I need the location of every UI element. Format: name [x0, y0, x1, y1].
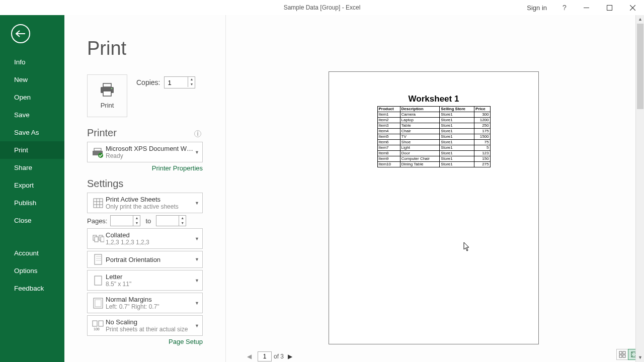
- print-scope-label: Print Active Sheets: [106, 196, 199, 203]
- sidebar-item-info[interactable]: Info: [0, 53, 64, 71]
- preview-cell: Item1: [377, 112, 400, 118]
- preview-cell: 175: [474, 129, 490, 134]
- preview-cell: Item9: [377, 156, 400, 162]
- sidebar-item-share[interactable]: Share: [0, 159, 64, 176]
- pages-to-spinner[interactable]: ▲▼: [179, 216, 186, 226]
- preview-scrollbar[interactable]: ▲ ▼: [635, 15, 644, 362]
- sign-in-link[interactable]: Sign in: [527, 4, 547, 12]
- sidebar-item-open[interactable]: Open: [0, 88, 64, 106]
- svg-point-7: [111, 87, 113, 89]
- collate-dropdown[interactable]: Collated 1,2,3 1,2,3 1,2,3 ▼: [87, 228, 203, 249]
- preview-cell: Chair: [400, 129, 440, 134]
- preview-cell: Store1: [440, 145, 474, 151]
- preview-row: Item4ChairStore1175: [377, 129, 490, 134]
- page-setup-link[interactable]: Page Setup: [87, 338, 203, 345]
- scroll-down-icon[interactable]: ▼: [636, 353, 644, 362]
- printer-ready-icon: [91, 147, 106, 158]
- printer-dropdown[interactable]: Microsoft XPS Document W… Ready ▼: [87, 142, 203, 162]
- sidebar-item-save[interactable]: Save: [0, 106, 64, 124]
- minimize-button[interactable]: [575, 0, 598, 15]
- page-number-input[interactable]: [258, 351, 272, 361]
- sidebar-item-new[interactable]: New: [0, 71, 64, 88]
- margins-sublabel: Left: 0.7" Right: 0.7": [106, 303, 199, 310]
- preview-cell: 300: [474, 112, 490, 118]
- preview-row: Item1CameraStore1300: [377, 112, 490, 118]
- preview-row: Item3TableStore1250: [377, 123, 490, 129]
- sidebar-item-options[interactable]: Options: [0, 262, 64, 280]
- svg-rect-26: [95, 300, 101, 307]
- close-button[interactable]: [621, 0, 644, 15]
- collate-icon: [91, 234, 106, 244]
- back-button[interactable]: [11, 24, 30, 43]
- sheets-icon: [91, 198, 106, 209]
- pages-from-spinner[interactable]: ▲▼: [133, 216, 140, 226]
- preview-cell: Store1: [440, 140, 474, 145]
- svg-rect-20: [95, 254, 102, 264]
- scaling-icon: 100: [91, 320, 106, 331]
- svg-text:100: 100: [94, 327, 100, 331]
- sidebar-item-close[interactable]: Close: [0, 212, 64, 229]
- maximize-button[interactable]: [598, 0, 621, 15]
- preview-cell: Light: [400, 145, 440, 151]
- scaling-dropdown[interactable]: 100 No Scaling Print sheets at their act…: [87, 315, 203, 336]
- svg-rect-1: [607, 5, 612, 10]
- preview-cell: 1500: [474, 134, 490, 140]
- pages-to-label: to: [145, 217, 151, 225]
- sidebar-item-feedback[interactable]: Feedback: [0, 280, 64, 297]
- preview-sheet-title: Worksheet 1: [329, 94, 538, 104]
- print-preview-page: Worksheet 1 ProductDescriptionSelling St…: [329, 71, 539, 344]
- collate-sublabel: 1,2,3 1,2,3 1,2,3: [106, 239, 199, 246]
- show-margins-button[interactable]: [616, 349, 628, 360]
- backstage-sidebar: Info New Open Save Save As Print Share E…: [0, 15, 64, 362]
- svg-rect-19: [101, 237, 104, 242]
- sidebar-item-print[interactable]: Print: [0, 141, 64, 159]
- settings-heading: Settings: [87, 178, 225, 190]
- print-button[interactable]: Print: [87, 74, 127, 117]
- preview-cell: 250: [474, 123, 490, 129]
- preview-cell: Camera: [400, 112, 440, 118]
- pages-label: Pages:: [87, 217, 107, 225]
- printer-info-icon[interactable]: i: [194, 130, 201, 137]
- svg-rect-28: [99, 321, 103, 326]
- svg-rect-31: [623, 351, 625, 354]
- printer-icon: [99, 83, 115, 97]
- preview-cell: 5: [474, 145, 490, 151]
- print-scope-dropdown[interactable]: Print Active Sheets Only print the activ…: [87, 193, 203, 213]
- preview-cell: TV: [400, 134, 440, 140]
- print-button-label: Print: [101, 102, 114, 109]
- margins-dropdown[interactable]: Normal Margins Left: 0.7" Right: 0.7" ▼: [87, 293, 203, 313]
- printer-properties-link[interactable]: Printer Properties: [87, 164, 203, 172]
- margins-label: Normal Margins: [106, 296, 199, 303]
- preview-row: Item10Dining TableStore1275: [377, 162, 490, 167]
- preview-row: Item6ShoeStore175: [377, 140, 490, 145]
- sidebar-item-account[interactable]: Account: [0, 244, 64, 262]
- prev-page-button[interactable]: ◀: [243, 351, 256, 362]
- next-page-button[interactable]: ▶: [284, 351, 296, 362]
- preview-cell: 150: [474, 156, 490, 162]
- svg-rect-8: [94, 148, 101, 151]
- sidebar-item-export[interactable]: Export: [0, 176, 64, 194]
- scroll-up-icon[interactable]: ▲: [636, 15, 644, 24]
- svg-rect-27: [93, 321, 97, 326]
- preview-cell: Store1: [440, 118, 474, 123]
- orientation-dropdown[interactable]: Portrait Orientation ▼: [87, 251, 203, 268]
- preview-cell: Store1: [440, 134, 474, 140]
- paper-size-dropdown[interactable]: Letter 8.5" x 11" ▼: [87, 270, 203, 291]
- chevron-down-icon: ▼: [195, 323, 199, 328]
- sidebar-item-publish[interactable]: Publish: [0, 194, 64, 212]
- preview-cell: Store1: [440, 151, 474, 156]
- page-total-text: of 3: [274, 353, 284, 360]
- paper-sublabel: 8.5" x 11": [106, 281, 199, 288]
- svg-rect-30: [619, 351, 622, 354]
- preview-th: Product: [377, 107, 400, 112]
- preview-cell: Computer Chair: [400, 156, 440, 162]
- scroll-thumb[interactable]: [637, 24, 643, 109]
- preview-cell: 275: [474, 162, 490, 167]
- preview-cell: Item2: [377, 118, 400, 123]
- page-title: Print: [87, 38, 225, 59]
- help-button[interactable]: ?: [557, 4, 572, 12]
- sidebar-item-save-as[interactable]: Save As: [0, 124, 64, 141]
- printer-name: Microsoft XPS Document W…: [106, 145, 199, 152]
- preview-row: Item9Computer ChairStore1150: [377, 156, 490, 162]
- copies-spinner[interactable]: ▲▼: [188, 77, 195, 87]
